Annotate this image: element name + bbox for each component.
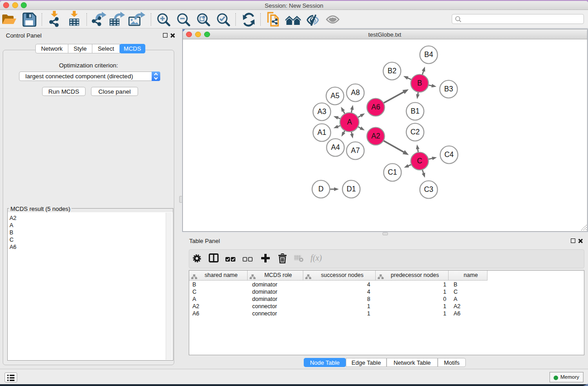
svg-text:C3: C3 bbox=[424, 186, 434, 193]
svg-text:B3: B3 bbox=[444, 85, 453, 93]
svg-text:A2: A2 bbox=[371, 132, 380, 140]
svg-text:C1: C1 bbox=[388, 168, 397, 176]
svg-text:C4: C4 bbox=[445, 151, 454, 158]
svg-text:A8: A8 bbox=[351, 89, 360, 96]
svg-text:A5: A5 bbox=[330, 92, 339, 100]
svg-text:B1: B1 bbox=[411, 107, 420, 115]
svg-text:C: C bbox=[417, 157, 422, 165]
svg-text:A3: A3 bbox=[317, 108, 326, 115]
svg-text:D1: D1 bbox=[347, 185, 356, 193]
svg-text:B: B bbox=[417, 79, 422, 87]
svg-text:C2: C2 bbox=[411, 128, 420, 136]
svg-text:A7: A7 bbox=[351, 147, 360, 154]
svg-text:B2: B2 bbox=[387, 67, 397, 75]
svg-text:A: A bbox=[347, 118, 352, 126]
svg-text:A1: A1 bbox=[317, 129, 326, 136]
svg-text:D: D bbox=[318, 185, 324, 193]
svg-text:A4: A4 bbox=[331, 143, 340, 151]
svg-text:A6: A6 bbox=[371, 103, 380, 111]
svg-text:B4: B4 bbox=[424, 51, 433, 58]
